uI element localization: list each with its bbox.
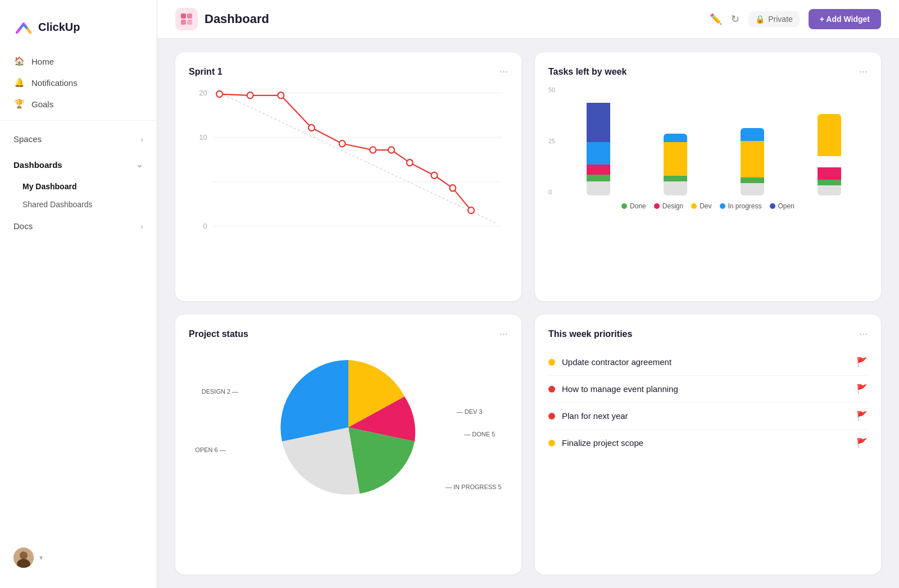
priority-flag-4: 🚩 [856, 437, 868, 448]
chevron-right-icon-docs: › [140, 221, 143, 231]
svg-rect-6 [181, 20, 186, 25]
content-grid: Sprint 1 ··· 20 10 0 [157, 39, 899, 588]
chevron-down-icon: ⌄ [136, 159, 143, 170]
sidebar: ClickUp 🏠 Home 🔔 Notifications 🏆 Goals S… [0, 0, 157, 588]
stacked-bar-3 [741, 128, 764, 195]
tasks-card-title: Tasks left by week [548, 67, 626, 77]
sidebar-divider-1 [0, 120, 157, 121]
y-label-50: 50 [548, 86, 555, 93]
svg-point-2 [20, 551, 28, 559]
pie-label-dev: — DEV 3 [457, 408, 483, 415]
sidebar-item-my-dashboard[interactable]: My Dashboard [0, 177, 157, 195]
shared-dashboards-label: Shared Dashboards [22, 200, 93, 209]
legend-design: Design [654, 202, 683, 210]
legend-open: Open [770, 202, 794, 210]
svg-point-23 [407, 159, 413, 166]
refresh-icon[interactable]: ↻ [731, 13, 739, 25]
sprint-menu-icon[interactable]: ··· [500, 66, 508, 78]
avatar [13, 548, 34, 568]
privacy-label: Private [768, 15, 793, 24]
privacy-badge[interactable]: 🔒 Private [748, 11, 800, 27]
priority-flag-3: 🚩 [856, 411, 868, 421]
chart-legend: Done Design Dev In progress [548, 202, 868, 210]
main-area: Dashboard ✏️ ↻ 🔒 Private + Add Widget Sp… [157, 0, 899, 588]
stacked-bar-1 [587, 100, 610, 195]
svg-rect-5 [187, 13, 192, 19]
legend-open-label: Open [778, 202, 794, 210]
svg-text:20: 20 [199, 89, 207, 97]
priority-text-2: How to manage event planning [562, 384, 850, 394]
sidebar-item-home-label: Home [31, 57, 54, 66]
stacked-bar-4 [818, 114, 841, 195]
sidebar-section-docs[interactable]: Docs › [0, 213, 157, 239]
logo-area[interactable]: ClickUp [0, 11, 157, 51]
edit-icon[interactable]: ✏️ [710, 13, 722, 25]
tasks-card-header: Tasks left by week ··· [548, 66, 868, 78]
topbar-left: Dashboard [175, 8, 269, 30]
sidebar-section-spaces[interactable]: Spaces › [0, 126, 157, 152]
legend-done: Done [621, 202, 646, 210]
dashboards-section-left: Dashboards [13, 160, 62, 170]
pie-label-done: — DONE 5 [464, 431, 495, 437]
add-widget-button[interactable]: + Add Widget [809, 9, 881, 29]
project-status-menu[interactable]: ··· [500, 328, 508, 340]
svg-text:10: 10 [199, 133, 207, 142]
priorities-title: This week priorities [548, 329, 632, 339]
sidebar-dashboards-label: Dashboards [13, 160, 62, 170]
y-label-25: 25 [548, 138, 555, 144]
svg-point-20 [339, 140, 346, 147]
priority-text-4: Finalize project scope [562, 438, 850, 448]
sprint-card: Sprint 1 ··· 20 10 0 [175, 52, 521, 301]
sidebar-item-shared-dashboards[interactable]: Shared Dashboards [0, 195, 157, 213]
pie-label-inprogress: — IN PROGRESS 5 [446, 484, 502, 490]
sidebar-item-goals-label: Goals [31, 99, 53, 109]
pie-chart-area: — DEV 3 DESIGN 2 — — DONE 5 OPEN 6 — [189, 349, 508, 506]
sidebar-item-home[interactable]: 🏠 Home [0, 51, 157, 72]
priority-dot-3 [548, 413, 555, 420]
bar-group-3 [719, 128, 785, 195]
my-dashboard-label: My Dashboard [22, 182, 76, 191]
sidebar-item-notifications[interactable]: 🔔 Notifications [0, 72, 157, 93]
priority-dot-2 [548, 386, 555, 393]
bar-group-1 [565, 100, 631, 195]
sidebar-item-goals[interactable]: 🏆 Goals [0, 93, 157, 115]
topbar-right: ✏️ ↻ 🔒 Private + Add Widget [710, 9, 881, 29]
priority-item-4: Finalize project scope 🚩 [548, 430, 868, 456]
legend-dev: Dev [691, 202, 711, 210]
docs-section-left: Docs [13, 221, 33, 231]
bar-chart-area: 50 25 0 [548, 86, 868, 210]
sidebar-section-dashboards[interactable]: Dashboards ⌄ [0, 152, 157, 177]
legend-design-label: Design [662, 202, 683, 210]
sprint-card-title: Sprint 1 [189, 67, 223, 77]
y-label-0: 0 [548, 189, 555, 195]
dashboard-icon [175, 8, 198, 30]
project-status-title: Project status [189, 329, 248, 339]
pie-label-open: OPEN 6 — [195, 446, 225, 453]
tasks-menu-icon[interactable]: ··· [859, 66, 868, 78]
svg-point-21 [370, 147, 376, 153]
priority-item-1: Update contractor agreement 🚩 [548, 349, 868, 376]
home-icon: 🏠 [13, 56, 25, 66]
legend-done-label: Done [630, 202, 646, 210]
lock-icon: 🔒 [755, 15, 765, 24]
bell-icon: 🔔 [13, 78, 25, 88]
logo-text: ClickUp [38, 21, 80, 34]
sidebar-spaces-label: Spaces [13, 134, 42, 144]
priority-text-3: Plan for next year [562, 411, 850, 421]
priorities-menu[interactable]: ··· [859, 328, 868, 340]
sidebar-item-notifications-label: Notifications [31, 78, 78, 88]
svg-point-16 [216, 91, 223, 97]
tasks-chart-card: Tasks left by week ··· 50 25 0 [535, 52, 881, 301]
project-status-card: Project status ··· [175, 314, 521, 575]
legend-dev-label: Dev [700, 202, 711, 210]
priority-text-1: Update contractor agreement [562, 357, 850, 367]
bar-group-4 [796, 114, 862, 195]
priorities-card: This week priorities ··· Update contract… [535, 314, 881, 575]
svg-point-22 [388, 147, 394, 153]
bar-group-2 [642, 134, 708, 195]
svg-point-25 [450, 185, 456, 191]
spaces-section-left: Spaces [13, 134, 42, 144]
project-status-header: Project status ··· [189, 328, 508, 340]
user-profile[interactable]: ▾ [0, 539, 157, 577]
priority-dot-1 [548, 359, 555, 366]
